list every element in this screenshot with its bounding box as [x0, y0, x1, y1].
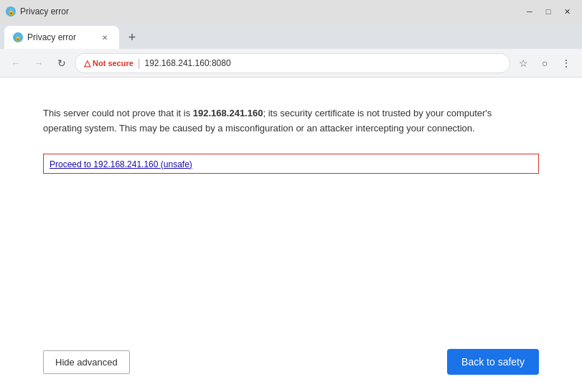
- window-controls: ─ □ ✕: [520, 2, 576, 21]
- not-secure-label: Not secure: [93, 59, 133, 67]
- tab-close-button[interactable]: ✕: [99, 32, 111, 43]
- hide-advanced-button[interactable]: Hide advanced: [43, 350, 130, 374]
- new-tab-button[interactable]: +: [122, 27, 142, 47]
- menu-button[interactable]: ⋮: [556, 53, 576, 73]
- account-button[interactable]: ○: [535, 53, 555, 73]
- back-to-safety-button[interactable]: Back to safety: [447, 349, 539, 375]
- addressbar: ← → ↻ △ Not secure | 192.168.241.160:808…: [0, 49, 582, 78]
- toolbar-icons: ☆ ○ ⋮: [513, 53, 576, 73]
- address-separator: |: [138, 57, 141, 69]
- maximize-button[interactable]: □: [539, 2, 558, 21]
- proceed-link-box: Proceed to 192.168.241.160 (unsafe): [43, 154, 539, 174]
- proceed-link[interactable]: Proceed to 192.168.241.160 (unsafe): [50, 159, 192, 169]
- warning-triangle-icon: △: [84, 58, 90, 68]
- error-bold-address: 192.168.241.160: [193, 108, 263, 118]
- not-secure-warning: △ Not secure: [84, 58, 133, 68]
- favicon-icon: 🔒: [6, 6, 16, 17]
- close-button[interactable]: ✕: [558, 2, 576, 21]
- bottom-bar: Hide advanced Back to safety: [43, 349, 539, 375]
- reload-button[interactable]: ↻: [52, 53, 72, 73]
- minimize-button[interactable]: ─: [520, 2, 539, 21]
- active-tab[interactable]: 🔒 Privacy error ✕: [4, 26, 119, 49]
- address-text: 192.168.241.160:8080: [145, 58, 502, 68]
- error-message: This server could not prove that it is 1…: [43, 106, 531, 136]
- address-box[interactable]: △ Not secure | 192.168.241.160:8080: [75, 53, 510, 73]
- back-button[interactable]: ←: [6, 53, 26, 73]
- window-title: Privacy error: [20, 6, 520, 17]
- tabbar: 🔒 Privacy error ✕ +: [0, 23, 582, 49]
- main-content: This server could not prove that it is 1…: [0, 78, 582, 392]
- bookmark-button[interactable]: ☆: [513, 53, 533, 73]
- tab-favicon: 🔒: [13, 32, 23, 42]
- forward-button[interactable]: →: [29, 53, 49, 73]
- error-text-before-bold: This server could not prove that it is: [43, 108, 193, 118]
- tab-title: Privacy error: [27, 32, 95, 42]
- titlebar: 🔒 Privacy error ─ □ ✕: [0, 0, 582, 23]
